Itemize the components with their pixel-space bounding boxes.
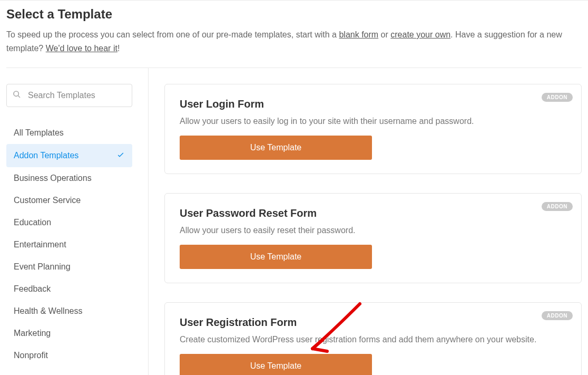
sidebar-item-nonprofit[interactable]: Nonprofit	[6, 344, 132, 367]
check-icon	[116, 150, 125, 161]
sidebar-item-label: Business Operations	[14, 174, 92, 183]
intro-mid: or	[378, 30, 390, 39]
sidebar-item-label: Nonprofit	[14, 351, 48, 360]
template-title: User Registration Form	[180, 316, 566, 329]
sidebar-item-label: Customer Service	[14, 196, 81, 205]
category-list: All TemplatesAddon TemplatesBusiness Ope…	[6, 122, 132, 367]
sidebar-item-label: Entertainment	[14, 240, 66, 249]
hear-it-link[interactable]: We'd love to hear it	[46, 44, 117, 53]
sidebar-item-addon-templates[interactable]: Addon Templates	[6, 144, 132, 167]
addon-badge: ADDON	[542, 311, 573, 320]
sidebar-item-label: Education	[14, 218, 51, 227]
page-title: Select a Template	[6, 7, 582, 22]
sidebar-item-label: All Templates	[14, 128, 64, 138]
use-template-button[interactable]: Use Template	[180, 245, 372, 269]
template-card: ADDONUser Password Reset FormAllow your …	[164, 193, 582, 283]
sidebar-item-education[interactable]: Education	[6, 211, 132, 234]
sidebar-item-business-operations[interactable]: Business Operations	[6, 167, 132, 189]
intro-prefix: To speed up the process you can select f…	[6, 30, 339, 39]
create-own-link[interactable]: create your own	[390, 30, 450, 39]
use-template-button[interactable]: Use Template	[180, 136, 372, 160]
template-title: User Password Reset Form	[180, 207, 566, 219]
template-card: ADDONUser Registration FormCreate custom…	[164, 302, 582, 375]
blank-form-link[interactable]: blank form	[339, 30, 378, 39]
addon-badge: ADDON	[542, 202, 573, 211]
sidebar-item-all-templates[interactable]: All Templates	[6, 122, 132, 144]
sidebar-item-marketing[interactable]: Marketing	[6, 322, 132, 344]
sidebar: All TemplatesAddon TemplatesBusiness Ope…	[6, 68, 149, 375]
intro-end: !	[117, 44, 120, 53]
svg-point-0	[14, 91, 18, 96]
addon-badge: ADDON	[542, 93, 573, 102]
sidebar-item-customer-service[interactable]: Customer Service	[6, 189, 132, 211]
sidebar-item-label: Health & Wellness	[14, 306, 82, 316]
svg-line-1	[18, 95, 20, 98]
sidebar-item-label: Marketing	[14, 329, 51, 338]
template-desc: Create customized WordPress user registr…	[180, 335, 566, 344]
sidebar-item-health-wellness[interactable]: Health & Wellness	[6, 300, 132, 322]
sidebar-item-event-planning[interactable]: Event Planning	[6, 256, 132, 278]
search-input[interactable]	[6, 84, 132, 107]
sidebar-item-feedback[interactable]: Feedback	[6, 278, 132, 300]
sidebar-item-label: Event Planning	[14, 262, 71, 272]
annotation-arrow-icon	[297, 299, 370, 362]
sidebar-item-label: Addon Templates	[14, 151, 79, 160]
template-title: User Login Form	[180, 98, 566, 110]
use-template-button[interactable]: Use Template	[180, 354, 372, 375]
intro-text: To speed up the process you can select f…	[6, 28, 582, 55]
template-card: ADDONUser Login FormAllow your users to …	[164, 84, 582, 174]
search-icon	[13, 90, 21, 101]
sidebar-item-label: Feedback	[14, 284, 51, 294]
template-main: ADDONUser Login FormAllow your users to …	[149, 68, 582, 375]
template-desc: Allow your users to easily reset their p…	[180, 226, 566, 235]
sidebar-item-entertainment[interactable]: Entertainment	[6, 234, 132, 256]
template-desc: Allow your users to easily log in to you…	[180, 117, 566, 126]
